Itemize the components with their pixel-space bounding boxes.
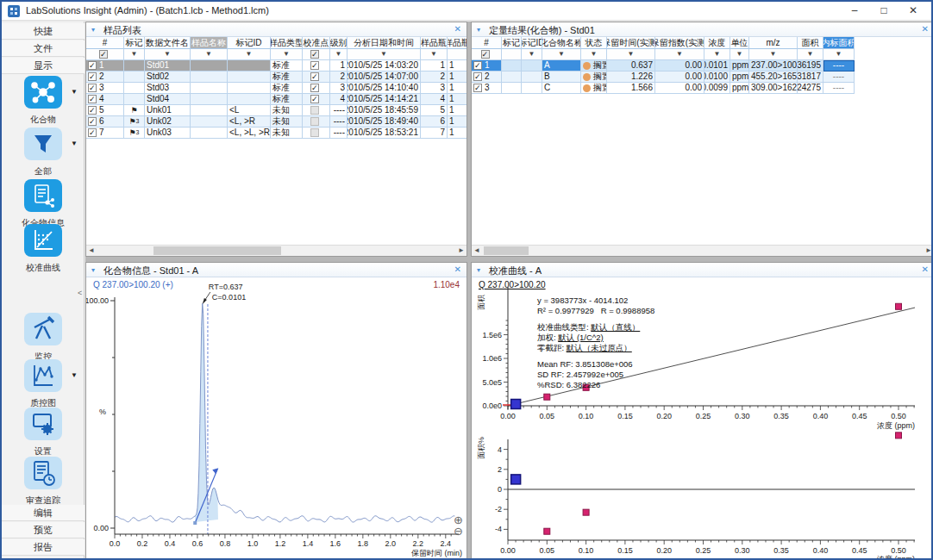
- tool-qc-chart[interactable]: ▼ 质控图: [2, 359, 85, 409]
- calibration-checkbox[interactable]: [310, 128, 319, 137]
- sample-type-cell[interactable]: 未知: [271, 116, 303, 128]
- tool-monitor[interactable]: 监控: [2, 313, 85, 363]
- sample-name-cell[interactable]: [191, 128, 228, 139]
- row-number-cell[interactable]: 1: [472, 60, 502, 72]
- scrollbar-thumb[interactable]: [484, 246, 529, 255]
- mark-id-cell[interactable]: [228, 94, 271, 105]
- filter-funnel-icon[interactable]: ▼: [607, 49, 655, 60]
- column-header[interactable]: 数据文件名: [145, 37, 191, 49]
- filter-funnel-icon[interactable]: ▼: [271, 49, 303, 60]
- area-cell[interactable]: 36195: [798, 60, 823, 72]
- calibration-checkbox[interactable]: [310, 117, 319, 126]
- calibration-checkbox[interactable]: [310, 72, 319, 81]
- calibration-point-cell[interactable]: [303, 60, 330, 72]
- datetime-cell[interactable]: 2010/5/25 18:49:40: [348, 116, 421, 128]
- vial2-cell[interactable]: 1: [448, 72, 467, 83]
- row-checkbox[interactable]: [473, 61, 482, 70]
- concentration-cell[interactable]: 0.0099: [704, 83, 730, 94]
- sidebar-item-edit[interactable]: 编辑: [2, 505, 85, 521]
- datetime-cell[interactable]: 2010/5/25 14:07:00: [348, 72, 421, 83]
- compound-name-cell[interactable]: A: [542, 60, 581, 72]
- column-header[interactable]: 标记ID: [228, 37, 271, 49]
- column-header[interactable]: 样品类型: [271, 37, 303, 49]
- vial-cell[interactable]: 7: [421, 128, 448, 139]
- row-number-cell[interactable]: 2: [472, 72, 502, 83]
- vial-cell[interactable]: 6: [421, 116, 448, 128]
- sample-type-cell[interactable]: 标准: [271, 83, 303, 94]
- row-number-cell[interactable]: 7: [86, 128, 124, 139]
- horizontal-scrollbar[interactable]: ◄ ►: [472, 245, 933, 256]
- istd-area-cell[interactable]: ----: [823, 83, 855, 94]
- concentration-cell[interactable]: 0.0101: [704, 60, 730, 72]
- select-all-checkbox[interactable]: [86, 49, 124, 60]
- filter-funnel-icon[interactable]: ▼: [228, 49, 271, 60]
- retention-index-cell[interactable]: 0.00: [655, 60, 704, 72]
- column-header[interactable]: 标记: [502, 37, 522, 49]
- filter-funnel-icon[interactable]: ▼: [823, 49, 855, 60]
- concentration-cell[interactable]: 0.0100: [704, 72, 730, 83]
- mark-id-cell[interactable]: [228, 60, 271, 72]
- retention-index-cell[interactable]: 0.00: [655, 83, 704, 94]
- chromatogram-plot[interactable]: 100.000.00%0.00.20.40.60.81.01.21.41.61.…: [86, 263, 467, 560]
- column-header[interactable]: 保留指数(实测): [655, 37, 704, 49]
- calibration-checkbox[interactable]: [310, 61, 319, 70]
- datetime-cell[interactable]: 2010/5/25 18:45:59: [348, 105, 421, 116]
- sample-name-cell[interactable]: [191, 72, 228, 83]
- table-row[interactable]: 4 Std04 标准 4 2010/5/25 14:14:21 4 1: [86, 94, 466, 105]
- calibration-point-cell[interactable]: [303, 94, 330, 105]
- table-row[interactable]: 3 Std03 标准 3 2010/5/25 14:10:40 3 1: [86, 83, 466, 94]
- maximize-button[interactable]: □: [869, 2, 899, 21]
- mz-cell[interactable]: 309.00>162.95: [749, 83, 798, 94]
- vial-cell[interactable]: 1: [421, 60, 448, 72]
- calibration-point-cell[interactable]: [303, 116, 330, 128]
- mz-cell[interactable]: 237.00>100.20: [749, 60, 798, 72]
- row-number-cell[interactable]: 2: [86, 72, 124, 83]
- column-header[interactable]: 保留时间(实测): [607, 37, 655, 49]
- table-row[interactable]: 2 Std02 标准 2 2010/5/25 14:07:00 2 1: [86, 72, 466, 83]
- filter-funnel-icon[interactable]: ▼: [798, 49, 823, 60]
- sidebar-item-preview[interactable]: 预览: [2, 522, 85, 538]
- column-header[interactable]: #: [472, 37, 502, 49]
- column-header[interactable]: 浓度: [704, 37, 730, 49]
- collapse-triangle-icon[interactable]: ▾: [91, 26, 95, 34]
- filter-funnel-icon[interactable]: ▼: [704, 49, 730, 60]
- data-file-cell[interactable]: Std02: [145, 72, 191, 83]
- mz-cell[interactable]: 455.20>165.05: [749, 72, 798, 83]
- column-header[interactable]: 化合物名称: [542, 37, 581, 49]
- tool-compound[interactable]: ▼ 化合物: [2, 76, 85, 126]
- istd-area-cell[interactable]: ----: [823, 60, 855, 72]
- calibration-checkbox[interactable]: [310, 106, 319, 115]
- column-header[interactable]: 状态: [581, 37, 607, 49]
- filter-funnel-icon[interactable]: ▼: [749, 49, 798, 60]
- zoom-out-icon[interactable]: ⊖: [454, 526, 463, 537]
- tool-settings[interactable]: 设置: [2, 408, 85, 457]
- scrollbar-thumb[interactable]: [153, 246, 281, 255]
- row-checkbox[interactable]: [88, 95, 97, 103]
- sample-type-cell[interactable]: 未知: [271, 128, 303, 139]
- level-cell[interactable]: ----: [330, 128, 348, 139]
- table-row[interactable]: 5 ⚑ Unk01 <L 未知 ---- 2010/5/25 18:45:59 …: [86, 105, 466, 116]
- row-checkbox[interactable]: [88, 117, 97, 126]
- panel-close-icon[interactable]: ✕: [922, 24, 929, 34]
- tool-compound-info[interactable]: 化合物信息: [2, 179, 85, 229]
- minimize-button[interactable]: –: [840, 2, 869, 21]
- retention-time-cell[interactable]: 1.226: [607, 72, 655, 83]
- column-header[interactable]: 分析日期和时间: [348, 37, 421, 49]
- filter-funnel-icon[interactable]: ▼: [581, 49, 607, 60]
- compound-name-cell[interactable]: B: [542, 72, 581, 83]
- sidebar-collapse-button[interactable]: <: [78, 286, 85, 300]
- mark-id-cell[interactable]: <L, >L, >R: [228, 128, 271, 139]
- table-row[interactable]: 7 ⚑3 Unk03 <L, >L, >R 未知 ---- 2010/5/25 …: [86, 128, 466, 139]
- scroll-left-arrow[interactable]: ◄: [472, 246, 482, 256]
- chevron-down-icon[interactable]: ▼: [71, 140, 78, 147]
- data-file-cell[interactable]: Unk03: [145, 128, 191, 139]
- status-cell[interactable]: 搁置: [581, 72, 607, 83]
- data-file-cell[interactable]: Unk02: [145, 116, 191, 128]
- tool-filter-all[interactable]: ▼ 全部: [2, 128, 85, 177]
- table-row[interactable]: 1 A 搁置 0.637 0.00 0.0101 ppm 237.00>100.…: [472, 60, 933, 72]
- level-cell[interactable]: 3: [330, 83, 348, 94]
- status-cell[interactable]: 搁置: [581, 60, 607, 72]
- filter-funnel-icon[interactable]: ▼: [542, 49, 581, 60]
- row-checkbox[interactable]: [88, 61, 97, 70]
- retention-time-cell[interactable]: 0.637: [607, 60, 655, 72]
